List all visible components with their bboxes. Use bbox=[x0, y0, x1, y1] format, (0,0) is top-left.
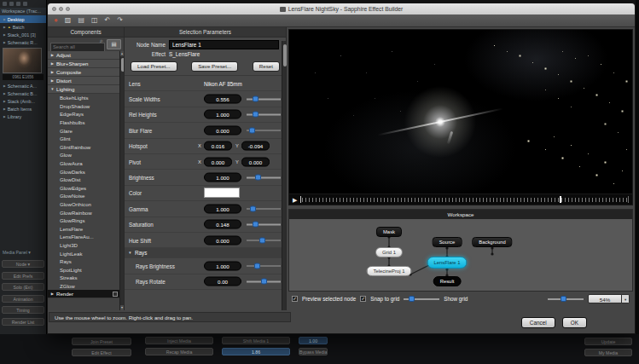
slider-handle[interactable] bbox=[253, 222, 259, 228]
slider-handle[interactable] bbox=[261, 279, 267, 285]
save-icon[interactable]: ◫ bbox=[91, 17, 98, 24]
component-item-spotlight[interactable]: SpotLight bbox=[48, 265, 119, 274]
component-item-glowdarks[interactable]: GlowDarks bbox=[48, 167, 119, 176]
project-tree-item-batch-items[interactable]: ▶Batch Items bbox=[0, 105, 46, 113]
param-slider[interactable] bbox=[247, 261, 281, 270]
component-category-adjust[interactable]: ▶Adjust bbox=[48, 51, 119, 60]
param-slider[interactable] bbox=[247, 277, 281, 286]
slider-handle[interactable] bbox=[259, 237, 265, 243]
component-item-glowrings[interactable]: GlowRings bbox=[48, 217, 119, 225]
open-folder-icon[interactable]: ▨ bbox=[65, 17, 72, 24]
clip-thumbnail[interactable] bbox=[3, 48, 42, 73]
color-swatch[interactable] bbox=[204, 188, 240, 198]
component-category-lighting[interactable]: ▼Lighting bbox=[48, 85, 119, 94]
param-slider[interactable] bbox=[247, 110, 281, 119]
filter-button[interactable]: ▤ bbox=[107, 39, 121, 49]
window-close-button[interactable] bbox=[52, 7, 56, 11]
slider-handle[interactable] bbox=[255, 175, 261, 181]
component-item-glintrainbow[interactable]: GlintRainbow bbox=[48, 143, 119, 152]
background-button-timing[interactable]: Timing bbox=[2, 306, 44, 314]
undo-icon[interactable]: ↶ bbox=[105, 17, 111, 24]
project-tree-item-stack-001-3[interactable]: ▶Stack_001 [3] bbox=[0, 31, 46, 38]
param-value[interactable]: 0.148 bbox=[204, 220, 241, 229]
node-lensflare-1[interactable]: LensFlare 1 bbox=[427, 257, 467, 269]
project-tree-item-schematic-r[interactable]: ▶Schematic R... bbox=[0, 38, 46, 46]
background-button-solo-ext[interactable]: Solo (Ext) bbox=[2, 283, 44, 291]
node-result[interactable]: Result bbox=[433, 276, 462, 286]
component-item-gloworthicon[interactable]: GlowOrthicon bbox=[48, 200, 119, 209]
record-icon[interactable]: ● bbox=[54, 17, 58, 24]
redo-icon[interactable]: ↷ bbox=[117, 17, 123, 24]
components-scrollbar[interactable]: ▲ ▼ bbox=[119, 51, 124, 310]
slider-handle[interactable] bbox=[253, 112, 259, 118]
video-preview[interactable] bbox=[288, 29, 633, 194]
panel-toggle-box[interactable] bbox=[113, 292, 118, 297]
search-input[interactable] bbox=[50, 43, 105, 52]
window-minimize-button[interactable] bbox=[59, 7, 63, 11]
slider-handle[interactable] bbox=[253, 96, 259, 102]
project-tree-item-desktop[interactable]: ▶Desktop bbox=[0, 15, 46, 23]
component-item-light3d[interactable]: Light3D bbox=[48, 241, 119, 250]
param-slider[interactable] bbox=[247, 235, 281, 245]
background-button-my-media[interactable]: My Media bbox=[584, 349, 632, 356]
project-tree-item-schematic-b[interactable]: ▶Schematic B... bbox=[0, 90, 46, 97]
component-item-streaks[interactable]: Streaks bbox=[48, 274, 119, 282]
node-source[interactable]: Source bbox=[433, 237, 462, 247]
component-item-glowaura[interactable]: GlowAura bbox=[48, 159, 119, 168]
project-tree-item-batch[interactable]: ▶▲Batch bbox=[0, 23, 46, 31]
param-value[interactable]: 0.556 bbox=[204, 95, 241, 104]
slider-handle[interactable] bbox=[409, 296, 415, 302]
ok-button[interactable]: OK bbox=[562, 317, 587, 328]
play-button[interactable]: ▶ bbox=[293, 197, 297, 203]
node-background[interactable]: Background bbox=[472, 237, 512, 247]
grid-size-slider[interactable] bbox=[404, 295, 439, 303]
node-name-input[interactable] bbox=[169, 40, 279, 49]
component-item-glint[interactable]: Glint bbox=[48, 135, 119, 143]
component-item-lightleak[interactable]: LightLeak bbox=[48, 249, 119, 257]
param-value[interactable]: 1.000 bbox=[204, 173, 241, 182]
param-value[interactable]: 1.000 bbox=[204, 204, 241, 213]
playhead-marker[interactable] bbox=[560, 196, 561, 203]
component-item-lensflareau[interactable]: LensFlareAu... bbox=[48, 233, 119, 241]
param-value[interactable]: 0.000 bbox=[204, 125, 241, 135]
background-button-update[interactable]: Update bbox=[584, 338, 632, 345]
background-value-1-00[interactable]: 1.00 bbox=[299, 337, 328, 344]
layers-icon[interactable]: ▤ bbox=[78, 17, 84, 24]
param-slider[interactable] bbox=[247, 173, 281, 182]
project-tree-item-library[interactable]: ▶Library bbox=[0, 113, 46, 120]
component-item-glare[interactable]: Glare bbox=[48, 126, 119, 135]
node-graph-canvas[interactable]: MaskGrid 1TelecineProj 1SourceLensFlare … bbox=[289, 219, 632, 291]
background-toolbar-icon[interactable] bbox=[23, 2, 27, 6]
component-category-composite[interactable]: ▶Composite bbox=[48, 68, 119, 77]
background-toolbar-icon[interactable] bbox=[9, 2, 14, 6]
param-slider[interactable] bbox=[247, 204, 281, 213]
scrollbar-thumb[interactable] bbox=[121, 58, 125, 72]
slider-handle[interactable] bbox=[561, 296, 566, 302]
background-value-1-86[interactable]: 1.86 bbox=[222, 348, 290, 355]
param-value[interactable]: 1.000 bbox=[204, 261, 241, 270]
zoom-level-value[interactable]: 54% bbox=[588, 294, 622, 303]
background-toolbar-icon[interactable] bbox=[16, 2, 20, 6]
timeline[interactable] bbox=[300, 196, 629, 203]
background-button-recap-media[interactable]: Recap Media bbox=[145, 348, 213, 355]
slider-handle[interactable] bbox=[254, 263, 260, 269]
component-item-glowdist[interactable]: GlowDist bbox=[48, 176, 119, 184]
background-button-inject-media[interactable]: Inject Media bbox=[145, 337, 213, 344]
scroll-down-icon[interactable]: ▼ bbox=[120, 305, 124, 310]
param-slider[interactable] bbox=[247, 220, 281, 229]
load-preset-button[interactable]: Load Preset... bbox=[131, 61, 177, 72]
background-button-render-list[interactable]: Render List bbox=[2, 318, 44, 326]
slider-handle[interactable] bbox=[250, 205, 256, 211]
param-value[interactable]: 0.00 bbox=[204, 277, 241, 286]
param-slider[interactable] bbox=[247, 95, 281, 104]
snap-to-grid-checkbox[interactable]: ✓ bbox=[360, 296, 366, 302]
save-preset-button[interactable]: Save Preset... bbox=[191, 61, 238, 72]
param-value-y[interactable]: 0.000 bbox=[241, 157, 270, 166]
window-zoom-button[interactable] bbox=[66, 7, 70, 11]
background-button-node[interactable]: Node ▾ bbox=[2, 260, 44, 268]
background-button-edit-prefs[interactable]: Edit Prefs bbox=[2, 272, 44, 280]
background-button-shift-media-1[interactable]: Shift Media 1 bbox=[222, 337, 290, 344]
component-item-glow[interactable]: Glow bbox=[48, 151, 119, 159]
param-slider[interactable] bbox=[247, 125, 281, 135]
background-toolbar-icon[interactable] bbox=[3, 2, 7, 6]
